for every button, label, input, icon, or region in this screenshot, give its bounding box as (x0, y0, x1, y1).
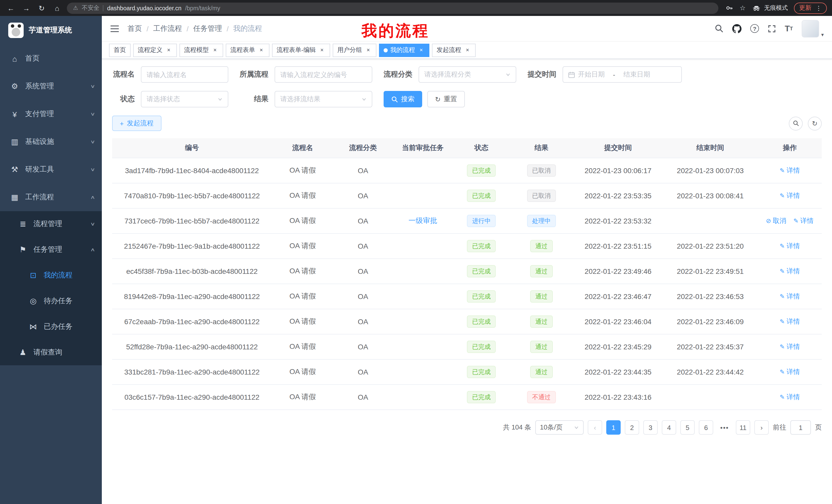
incognito-label: 无痕模式 (764, 4, 788, 12)
cell-end-time: 2022-01-22 23:46:53 (663, 284, 758, 309)
current-task-link[interactable]: 一级审批 (409, 216, 437, 225)
tab[interactable]: 流程表单 × (226, 44, 269, 57)
process-definition-input[interactable] (280, 71, 367, 78)
pagination: 共 104 条 10条/页 ‹ 1 2 3 (112, 420, 822, 435)
tab[interactable]: 发起流程 × (432, 44, 476, 57)
github-icon[interactable] (732, 24, 742, 33)
help-icon[interactable]: ? (750, 24, 759, 33)
tab-close-icon[interactable]: × (165, 47, 172, 54)
status-badge: 已完成 (467, 315, 496, 328)
tab[interactable]: 流程表单-编辑 × (272, 44, 330, 57)
browser-home-button[interactable]: ⌂ (51, 2, 63, 13)
page-number-button[interactable]: 4 (662, 420, 676, 435)
page-number-button[interactable]: ••• (717, 420, 732, 435)
detail-link[interactable]: 详情 (780, 192, 800, 199)
tab-close-icon[interactable]: × (211, 47, 218, 54)
detail-link[interactable]: 详情 (780, 317, 800, 325)
user-menu[interactable]: ▾ (802, 20, 824, 37)
sidebar-item-payment[interactable]: ¥ 支付管理 ∨ (0, 100, 102, 128)
page-number-button[interactable]: 3 (643, 420, 658, 435)
prev-page-button[interactable]: ‹ (588, 420, 602, 435)
tab-close-icon[interactable]: × (258, 47, 265, 54)
detail-link[interactable]: 详情 (780, 242, 800, 250)
address-bar[interactable]: ⚠ 不安全 dashboard.yudao.iocoder.cn/bpm/tas… (67, 2, 719, 13)
category-select[interactable]: 请选择流程分类 (419, 66, 516, 83)
breadcrumb-item[interactable]: 任务管理 (193, 24, 222, 33)
category-placeholder: 请选择流程分类 (424, 70, 471, 79)
status-select[interactable]: 请选择状态 (141, 91, 228, 107)
reset-button[interactable]: ↻ 重置 (427, 91, 465, 107)
tab[interactable]: 流程模型 × (179, 44, 223, 57)
page-number-button[interactable]: 2 (625, 420, 639, 435)
browser-reload-button[interactable]: ↻ (36, 2, 47, 13)
security-label: 不安全 (82, 4, 100, 12)
tab[interactable]: 我的流程 × (379, 44, 430, 57)
goto-page-input[interactable] (790, 420, 811, 435)
tab-close-icon[interactable]: × (318, 47, 326, 54)
sidebar-item-leave-query[interactable]: ♟ 请假查询 (0, 340, 102, 365)
tab[interactable]: 流程定义 × (133, 44, 177, 57)
sidebar-item-system[interactable]: ⚙ 系统管理 ∨ (0, 73, 102, 100)
browser-back-button[interactable]: ← (5, 2, 17, 13)
page-number-button[interactable]: 1 (606, 420, 621, 435)
sidebar-item-todo-tasks[interactable]: ◎ 待办任务 (0, 288, 102, 314)
table-mini-actions: ↻ (789, 116, 822, 130)
fullscreen-icon[interactable] (768, 24, 776, 33)
breadcrumb: 首页 / 工作流程 / 任务管理 / 我的流程 (128, 24, 262, 33)
bookmark-star-icon[interactable]: ☆ (740, 4, 746, 12)
update-button[interactable]: 更新 ⋮ (794, 2, 827, 13)
search-icon[interactable] (715, 24, 724, 33)
breadcrumb-item[interactable]: 首页 (128, 24, 142, 33)
detail-link[interactable]: 详情 (780, 343, 800, 351)
sidebar-item-workflow[interactable]: ▦ 工作流程 ∧ (0, 184, 102, 211)
cell-process-name: OA 请假 (272, 385, 334, 410)
sidebar-item-my-process[interactable]: ⊡ 我的流程 (0, 262, 102, 288)
cell-id: ec45f38f-7b9a-11ec-b03b-acde48001122 (112, 259, 272, 284)
breadcrumb-item[interactable]: 工作流程 (153, 24, 182, 33)
sidebar-item-infrastructure[interactable]: ▥ 基础设施 ∨ (0, 128, 102, 156)
tab[interactable]: 用户分组 × (333, 44, 376, 57)
tab-close-icon[interactable]: × (418, 47, 425, 54)
page-number-button[interactable]: 11 (736, 420, 750, 435)
sidebar-item-home[interactable]: ⌂ 首页 (0, 45, 102, 73)
next-page-button[interactable]: › (754, 420, 769, 435)
detail-link[interactable]: 详情 (780, 368, 800, 375)
create-process-button[interactable]: + 发起流程 (112, 116, 161, 131)
sidebar-item-done-tasks[interactable]: ⋈ 已办任务 (0, 314, 102, 340)
page-number-button[interactable]: 6 (699, 420, 713, 435)
font-size-icon[interactable]: TT (785, 24, 793, 33)
cell-end-time: 2022-01-22 23:46:09 (663, 309, 758, 334)
search-button[interactable]: 搜索 (384, 91, 422, 107)
page-content: 流程名 所属流程 流程分类 请选择流程分类 (102, 59, 832, 504)
tab[interactable]: 首页 × (109, 44, 131, 57)
kebab-menu-icon[interactable]: ⋮ (815, 4, 822, 11)
page-size-select[interactable]: 10条/页 (535, 420, 583, 435)
detail-link[interactable]: 详情 (780, 267, 800, 275)
detail-link[interactable]: 详情 (780, 292, 800, 300)
detail-link[interactable]: 详情 (780, 166, 800, 174)
sidebar-item-dev-tools[interactable]: ⚒ 研发工具 ∨ (0, 156, 102, 184)
process-name-input[interactable] (147, 71, 223, 78)
sidebar-item-label: 基础设施 (25, 137, 85, 146)
key-icon[interactable] (726, 4, 733, 12)
toggle-search-button[interactable] (789, 116, 803, 130)
plus-icon: + (120, 119, 124, 127)
date-range-picker[interactable]: 开始日期 - 结束日期 (563, 66, 682, 83)
cancel-link[interactable]: 取消 (766, 217, 786, 225)
column-header: 结束时间 (663, 138, 758, 158)
cell-process-name: OA 请假 (272, 233, 334, 259)
hamburger-icon[interactable] (110, 24, 119, 33)
result-select[interactable]: 请选择流结果 (275, 91, 372, 107)
sidebar-item-process-management[interactable]: ≣ 流程管理 ∨ (0, 211, 102, 237)
browser-forward-button[interactable]: → (21, 2, 32, 13)
tab-close-icon[interactable]: × (365, 47, 372, 54)
avatar[interactable] (802, 20, 819, 37)
cell-category: OA (334, 233, 392, 259)
column-header: 结果 (510, 138, 573, 158)
detail-link[interactable]: 详情 (794, 217, 814, 225)
refresh-table-button[interactable]: ↻ (808, 116, 822, 130)
page-number-button[interactable]: 5 (680, 420, 695, 435)
detail-link[interactable]: 详情 (780, 393, 800, 401)
tab-close-icon[interactable]: × (464, 47, 471, 54)
sidebar-item-task-management[interactable]: ⚑ 任务管理 ∧ (0, 237, 102, 262)
